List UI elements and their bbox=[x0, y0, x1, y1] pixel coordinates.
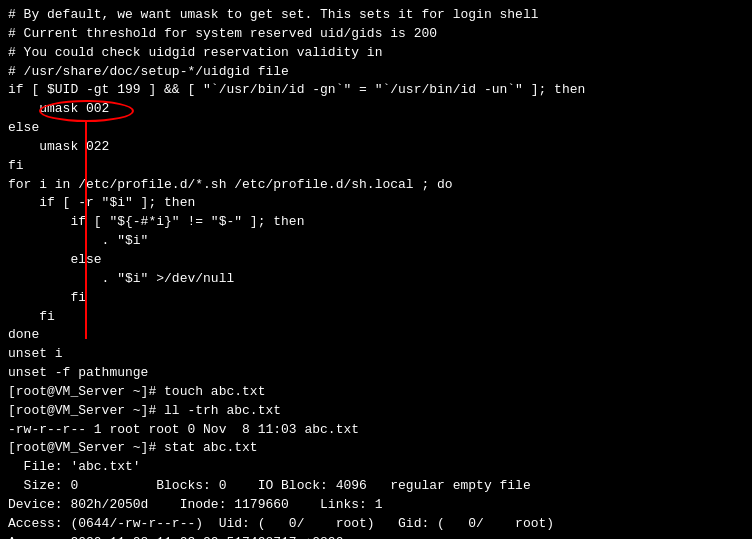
terminal-line: unset i bbox=[8, 345, 744, 364]
terminal-line: # You could check uidgid reservation val… bbox=[8, 44, 744, 63]
terminal-line: for i in /etc/profile.d/*.sh /etc/profil… bbox=[8, 176, 744, 195]
terminal-line: File: 'abc.txt' bbox=[8, 458, 744, 477]
terminal-line: [root@VM_Server ~]# touch abc.txt bbox=[8, 383, 744, 402]
terminal-line: . "$i" >/dev/null bbox=[8, 270, 744, 289]
terminal-line: umask 002 bbox=[8, 100, 744, 119]
terminal-line: umask 022 bbox=[8, 138, 744, 157]
terminal-line: if [ "${-#*i}" != "$-" ]; then bbox=[8, 213, 744, 232]
terminal-line: unset -f pathmunge bbox=[8, 364, 744, 383]
terminal-line: done bbox=[8, 326, 744, 345]
terminal-line: # /usr/share/doc/setup-*/uidgid file bbox=[8, 63, 744, 82]
terminal-line: Access: 2020-11-08 11:03:20.517408717 +0… bbox=[8, 534, 744, 539]
terminal-line: fi bbox=[8, 289, 744, 308]
terminal-line: # Current threshold for system reserved … bbox=[8, 25, 744, 44]
terminal-line: Access: (0644/-rw-r--r--) Uid: ( 0/ root… bbox=[8, 515, 744, 534]
terminal-line: Size: 0 Blocks: 0 IO Block: 4096 regular… bbox=[8, 477, 744, 496]
terminal-line: else bbox=[8, 119, 744, 138]
terminal-line: Device: 802h/2050d Inode: 1179660 Links:… bbox=[8, 496, 744, 515]
terminal-line: fi bbox=[8, 157, 744, 176]
terminal-line: else bbox=[8, 251, 744, 270]
terminal-line: -rw-r--r-- 1 root root 0 Nov 8 11:03 abc… bbox=[8, 421, 744, 440]
terminal: # By default, we want umask to get set. … bbox=[0, 0, 752, 539]
terminal-line: [root@VM_Server ~]# stat abc.txt bbox=[8, 439, 744, 458]
terminal-line: [root@VM_Server ~]# ll -trh abc.txt bbox=[8, 402, 744, 421]
terminal-line: . "$i" bbox=[8, 232, 744, 251]
terminal-line: # By default, we want umask to get set. … bbox=[8, 6, 744, 25]
terminal-line: if [ $UID -gt 199 ] && [ "`/usr/bin/id -… bbox=[8, 81, 744, 100]
code-lines: # By default, we want umask to get set. … bbox=[8, 6, 744, 539]
terminal-line: if [ -r "$i" ]; then bbox=[8, 194, 744, 213]
terminal-line: fi bbox=[8, 308, 744, 327]
